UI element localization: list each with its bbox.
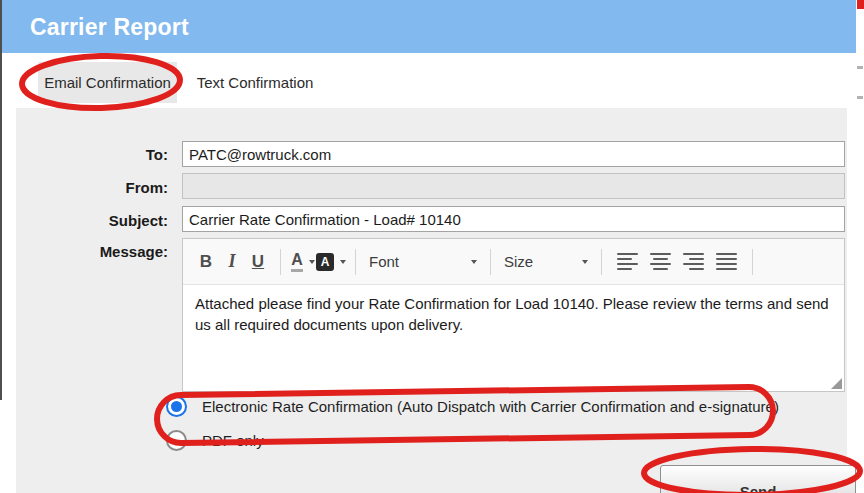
font-select[interactable]: Font — [365, 247, 481, 277]
to-label: To: — [20, 146, 168, 163]
bold-button[interactable]: B — [193, 247, 219, 277]
scrollbar-mark — [857, 96, 863, 99]
carrier-report-window: Carrier Report Email Confirmation Text C… — [0, 0, 864, 493]
tab-email-label: Email Confirmation — [44, 74, 171, 91]
tab-email-confirmation[interactable]: Email Confirmation — [38, 62, 177, 103]
text-color-icon: A — [291, 252, 303, 272]
background-color-button[interactable]: A — [316, 247, 346, 277]
align-right-button[interactable] — [683, 253, 704, 271]
align-center-button[interactable] — [650, 253, 671, 271]
page-title: Carrier Report — [30, 13, 189, 40]
right-edge-strip — [856, 0, 864, 493]
subject-label: Subject: — [20, 212, 168, 229]
scrollbar-mark — [857, 66, 863, 69]
underline-button[interactable]: U — [245, 247, 271, 277]
to-input[interactable] — [182, 141, 845, 167]
tab-text-confirmation[interactable]: Text Confirmation — [177, 62, 333, 103]
resize-handle-icon[interactable] — [831, 378, 842, 389]
align-left-button[interactable] — [617, 253, 638, 271]
size-select-label: Size — [504, 253, 533, 270]
toolbar-separator — [280, 249, 281, 275]
chevron-down-icon — [340, 260, 346, 264]
editor-toolbar: B I U A A Font Size — [183, 239, 844, 285]
toolbar-separator — [355, 249, 356, 275]
radio-electronic-label: Electronic Rate Confirmation (Auto Dispa… — [202, 398, 779, 415]
toolbar-separator — [752, 249, 753, 275]
italic-button[interactable]: I — [219, 247, 245, 277]
chevron-down-icon — [471, 260, 477, 264]
subject-input[interactable] — [182, 206, 845, 232]
radio-unselected-icon — [166, 430, 187, 451]
chevron-down-icon — [309, 260, 315, 264]
message-editor: B I U A A Font Size — [182, 238, 845, 392]
from-input — [182, 173, 845, 199]
font-select-label: Font — [369, 253, 399, 270]
background-color-icon: A — [316, 253, 334, 271]
toolbar-separator — [601, 249, 602, 275]
from-label: From: — [20, 179, 168, 196]
chevron-down-icon — [582, 260, 588, 264]
send-button[interactable]: Send — [660, 465, 856, 493]
radio-option-pdf-only[interactable]: PDF only — [166, 430, 264, 451]
red-annotation-fragment — [857, 0, 864, 9]
window-left-border — [0, 0, 2, 400]
header: Carrier Report — [2, 0, 856, 53]
text-color-button[interactable]: A — [290, 247, 316, 277]
radio-selected-icon — [166, 396, 187, 417]
message-body-input[interactable]: Attached please find your Rate Confirmat… — [183, 285, 844, 391]
size-select[interactable]: Size — [500, 247, 592, 277]
align-justify-button[interactable] — [716, 253, 737, 271]
toolbar-separator — [490, 249, 491, 275]
message-label: Message: — [20, 243, 168, 260]
tab-text-label: Text Confirmation — [197, 74, 314, 91]
radio-pdf-label: PDF only — [202, 432, 264, 449]
radio-option-electronic[interactable]: Electronic Rate Confirmation (Auto Dispa… — [166, 396, 779, 417]
